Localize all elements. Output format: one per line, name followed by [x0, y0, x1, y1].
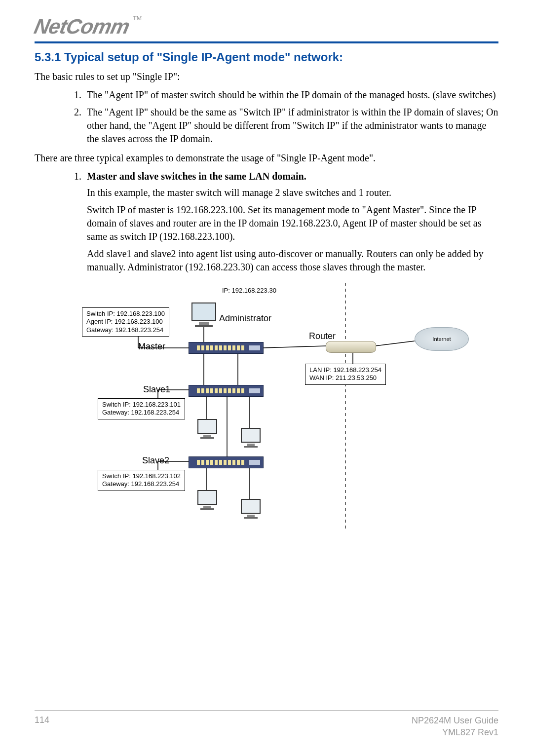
network-diagram: IP: 192.168.223.30 Administrator Switch … [79, 283, 484, 539]
slave1-switch-ip: Switch IP: 192.168.223.101 [102, 401, 181, 409]
footer-right: NP2624M User Guide YML827 Rev1 [412, 715, 498, 738]
administrator-label: Administrator [219, 313, 271, 324]
slave2-switch-ip: Switch IP: 192.168.223.102 [102, 472, 181, 480]
example-1-title: Master and slave switches in the same LA… [87, 171, 306, 182]
slave1-info-box: Switch IP: 192.168.223.101 Gateway: 192.… [98, 398, 185, 419]
slave2-info-box: Switch IP: 192.168.223.102 Gateway: 192.… [98, 470, 185, 491]
intro-paragraph: The basic rules to set up "Single IP": [35, 71, 498, 82]
example-item-1: Master and slave switches in the same LA… [84, 171, 498, 274]
page: NetComm TM 5.3.1 Typical setup of "Singl… [0, 0, 533, 756]
slave2-pc-icon [197, 490, 217, 510]
master-agent-ip: Agent IP: 192.168.223.100 [86, 318, 165, 326]
router-lan-ip: LAN IP: 192.168.223.254 [309, 366, 381, 374]
slave1-switch-icon [189, 385, 264, 397]
slave1-pc-2-icon [241, 428, 261, 448]
svg-line-15 [375, 341, 415, 346]
trademark-symbol: TM [133, 15, 142, 22]
page-number: 114 [35, 715, 49, 725]
master-info-box: Switch IP: 192.168.223.100 Agent IP: 192… [82, 307, 169, 337]
slave2-switch-icon [189, 456, 264, 468]
router-label: Router [309, 331, 336, 341]
slave2-label: Slave2 [142, 455, 169, 466]
router-wan-ip: WAN IP: 211.23.53.250 [309, 374, 381, 382]
master-switch-ip: Switch IP: 192.168.223.100 [86, 310, 165, 318]
master-gateway: Gateway: 192.168.223.254 [86, 326, 165, 334]
example-1-paragraph-1: In this example, the master switch will … [87, 186, 498, 199]
examples-intro: There are three typical examples to demo… [35, 152, 498, 164]
rules-list: The "Agent IP" of master switch should b… [35, 88, 498, 146]
slave2-gateway: Gateway: 192.168.223.254 [102, 480, 181, 488]
page-footer: 114 NP2624M User Guide YML827 Rev1 [35, 710, 498, 738]
master-switch-icon [189, 342, 264, 354]
footer-revision: YML827 Rev1 [412, 727, 498, 738]
slave2-pc-2-icon [241, 499, 261, 519]
svg-line-14 [263, 346, 326, 348]
internet-cloud-icon: Internet [415, 327, 469, 351]
slave1-label: Slave1 [143, 384, 170, 395]
page-header: NetComm TM [35, 15, 498, 43]
rule-item-1: The "Agent IP" of master switch should b… [84, 88, 498, 102]
example-1-paragraph-3: Add slave1 and slave2 into agent list us… [87, 247, 498, 274]
footer-guide-title: NP2624M User Guide [412, 715, 498, 726]
example-1-body: In this example, the master switch will … [87, 186, 498, 274]
router-icon [326, 341, 376, 353]
brand-logo: NetComm [32, 15, 132, 38]
examples-list: Master and slave switches in the same LA… [35, 171, 498, 274]
router-info-box: LAN IP: 192.168.223.254 WAN IP: 211.23.5… [305, 364, 386, 385]
section-title: 5.3.1 Typical setup of "Single IP-Agent … [35, 50, 498, 64]
admin-ip-label: IP: 192.168.223.30 [222, 287, 276, 294]
administrator-icon [191, 302, 216, 326]
slave1-pc-icon [197, 419, 217, 439]
slave1-gateway: Gateway: 192.168.223.254 [102, 409, 181, 416]
master-label: Master [138, 341, 165, 352]
rule-item-2: The "Agent IP" should be the same as "Sw… [84, 106, 498, 146]
example-1-paragraph-2: Switch IP of master is 192.168.223.100. … [87, 203, 498, 243]
